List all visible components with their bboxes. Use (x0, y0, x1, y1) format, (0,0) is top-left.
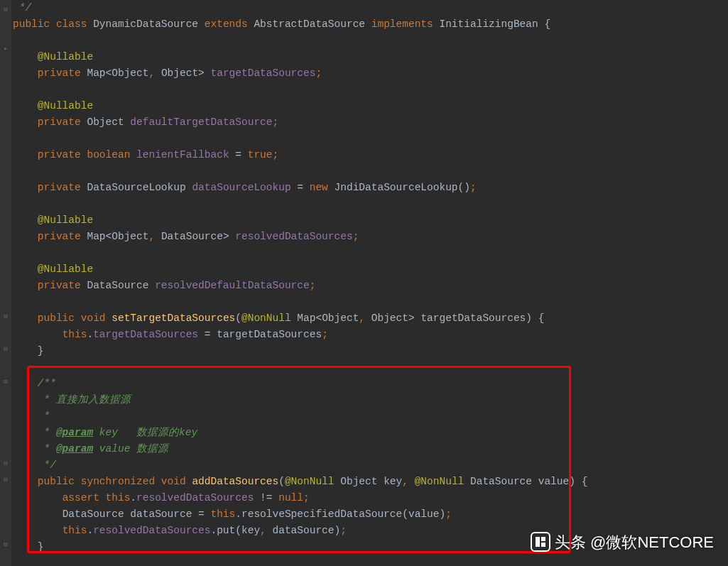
code-line[interactable] (13, 196, 728, 212)
code-line[interactable]: */ (13, 457, 728, 474)
code-line[interactable] (13, 163, 728, 180)
fold-open-icon[interactable]: ⊟ (2, 374, 9, 381)
code-line[interactable]: * (13, 408, 728, 425)
code-line[interactable]: private boolean lenientFallback = true; (13, 147, 728, 163)
code-line[interactable]: public synchronized void addDataSources(… (13, 474, 728, 490)
javadoc: * 直接加入数据源 (38, 394, 131, 406)
code-line[interactable] (13, 131, 728, 147)
fold-close-icon[interactable]: ⊟ (2, 456, 9, 463)
code-line[interactable]: private Object defaultTargetDataSource; (13, 114, 728, 131)
annotation: @Nullable (38, 263, 93, 275)
fold-open-icon[interactable]: ⊟ (2, 472, 9, 479)
annotation: @Nullable (38, 51, 93, 62)
fold-open-icon[interactable]: ▸ (2, 41, 9, 48)
code-line[interactable]: */ (13, 0, 728, 16)
code-line[interactable]: this.targetDataSources = targetDataSourc… (13, 327, 728, 343)
code-line[interactable]: @Nullable (13, 98, 728, 114)
code-line[interactable]: public void setTargetDataSources(@NonNul… (13, 310, 728, 327)
code-line[interactable] (13, 359, 728, 376)
code-line[interactable]: } (13, 343, 728, 359)
code-line[interactable]: private Map<Object, DataSource> resolved… (13, 229, 728, 245)
code-line[interactable] (13, 33, 728, 49)
code-line[interactable]: private DataSource resolvedDefaultDataSo… (13, 278, 728, 294)
code-editor[interactable]: ⊟ ▸ ⊟ ⊟ ⊟ ⊟ ⊟ ⊟ */ public class DynamicD… (0, 0, 728, 566)
code-line[interactable]: * @param value 数据源 (13, 441, 728, 457)
editor-gutter: ⊟ ▸ ⊟ ⊟ ⊟ ⊟ ⊟ ⊟ (0, 0, 11, 566)
code-line[interactable]: @Nullable (13, 49, 728, 65)
code-line[interactable]: /** (13, 376, 728, 392)
code-line[interactable]: @Nullable (13, 212, 728, 229)
code-line[interactable]: private DataSourceLookup dataSourceLooku… (13, 180, 728, 196)
code-line[interactable] (13, 245, 728, 261)
javadoc: */ (38, 459, 56, 471)
code-line[interactable]: private Map<Object, Object> targetDataSo… (13, 65, 728, 82)
code-line[interactable]: * @param key 数据源的key (13, 425, 728, 441)
javadoc: * (38, 410, 50, 422)
code-line[interactable]: * 直接加入数据源 (13, 392, 728, 408)
code-line[interactable]: assert this.resolvedDataSources != null; (13, 490, 728, 506)
code-line[interactable]: public class DynamicDataSource extends A… (13, 16, 728, 33)
fold-close-icon[interactable]: ⊟ (2, 342, 9, 349)
annotation: @Nullable (38, 214, 93, 226)
code-line[interactable]: this.resolvedDataSources.put(key, dataSo… (13, 523, 728, 539)
code-line[interactable] (13, 82, 728, 98)
javadoc: /** (38, 378, 56, 389)
annotation: @Nullable (38, 100, 93, 111)
code-line[interactable]: @Nullable (13, 261, 728, 278)
comment: */ (13, 2, 31, 13)
code-line[interactable] (13, 294, 728, 310)
fold-open-icon[interactable]: ⊟ (2, 2, 9, 9)
javadoc-tag: @param (56, 443, 93, 455)
code-area[interactable]: */ public class DynamicDataSource extend… (13, 0, 728, 555)
javadoc-tag: @param (56, 427, 93, 438)
fold-close-icon[interactable]: ⊟ (2, 537, 9, 544)
code-line[interactable]: DataSource dataSource = this.resolveSpec… (13, 506, 728, 523)
fold-close-icon[interactable]: ⊟ (2, 309, 9, 316)
code-line[interactable]: } (13, 539, 728, 555)
